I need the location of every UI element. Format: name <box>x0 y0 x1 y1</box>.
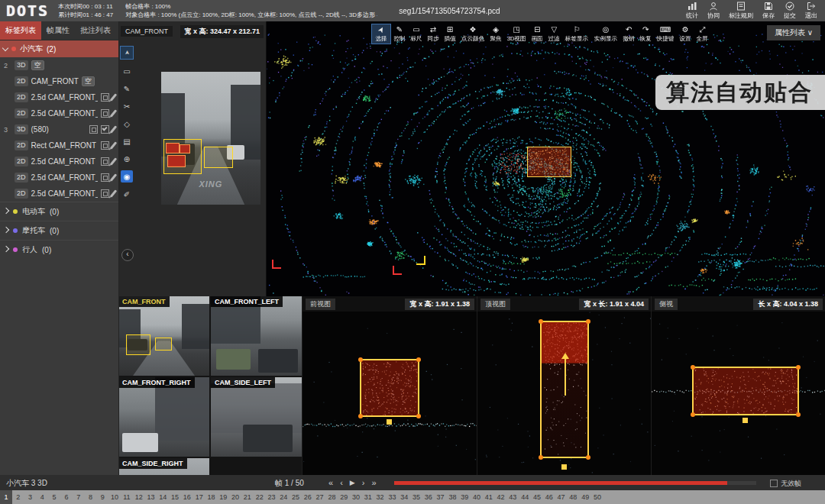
tool-interpolate[interactable]: ⊞插值 <box>442 24 458 44</box>
frame-cell[interactable]: 33 <box>387 490 399 504</box>
timeline-track[interactable] <box>394 481 756 485</box>
pencil-icon[interactable]: ✎ <box>121 82 133 95</box>
frame-cell[interactable]: 35 <box>410 490 422 504</box>
frame-cell[interactable]: 13 <box>145 490 157 504</box>
collaborate-button[interactable]: 协同 <box>707 2 720 20</box>
tab-comment-list[interactable]: 批注列表 <box>75 21 116 40</box>
frame-cell[interactable]: 43 <box>506 490 519 504</box>
tool-tag-display[interactable]: ⚐标签显示 <box>562 24 591 44</box>
play-button[interactable]: ▶ <box>350 477 355 488</box>
edit-icon[interactable] <box>110 189 117 197</box>
copy-icon[interactable] <box>101 189 109 198</box>
frame-cell[interactable]: 41 <box>483 490 495 504</box>
tree-row[interactable]: 2D 2.5d CAM_FRONT_… <box>0 170 118 186</box>
pin-icon[interactable]: ◉ <box>121 170 133 183</box>
frame-cell[interactable]: 21 <box>241 490 254 504</box>
tab-label-list[interactable]: 标签列表 <box>0 21 41 40</box>
thumb-cam-front-right[interactable]: CAM_FRONT_RIGHT <box>118 377 209 457</box>
tree-row[interactable]: 3 3D (580) <box>0 121 118 137</box>
sidebar-collapse-button[interactable]: ‹ <box>121 249 134 261</box>
frame-cell[interactable]: 18 <box>205 490 218 504</box>
frame-cell[interactable]: 45 <box>531 490 543 504</box>
frame-cell[interactable]: 3 <box>24 490 37 504</box>
frame-cell[interactable]: 10 <box>108 490 121 504</box>
copy-icon[interactable] <box>101 109 109 118</box>
frame-cell[interactable]: 32 <box>374 490 387 504</box>
frame-cell[interactable]: 14 <box>157 490 169 504</box>
edit-icon[interactable] <box>110 141 117 149</box>
annotation-box-front[interactable] <box>360 359 419 417</box>
frame-cell[interactable]: 8 <box>85 490 97 504</box>
resize-handle[interactable] <box>796 365 801 370</box>
exit-button[interactable]: 退出 <box>805 2 817 20</box>
frame-cell[interactable]: 22 <box>254 490 266 504</box>
frame-cell[interactable]: 39 <box>458 490 471 504</box>
edit-icon[interactable] <box>110 125 117 133</box>
annotation-box-top[interactable] <box>540 321 589 458</box>
tool-select[interactable]: ➤选择 <box>371 24 391 44</box>
frame-cell[interactable]: 29 <box>338 490 350 504</box>
tree-group-motorcycle[interactable]: 摩托车 (0) <box>0 221 118 240</box>
cube-icon[interactable]: ▤ <box>121 135 133 147</box>
tool-viewport[interactable]: ⊟画面 <box>529 24 545 44</box>
statistics-button[interactable]: 统计 <box>686 2 698 20</box>
save-button[interactable]: 保存 <box>762 2 775 20</box>
frame-cell[interactable]: 2 <box>12 490 24 504</box>
frame-cell[interactable]: 27 <box>314 490 326 504</box>
select-cursor-icon[interactable]: ➤ <box>120 46 134 60</box>
frame-cell[interactable]: 34 <box>398 490 410 504</box>
frame-cell[interactable]: 47 <box>555 490 568 504</box>
edit-icon[interactable] <box>110 173 117 181</box>
tree-row[interactable]: 2D 2.5d CAM_FRONT <box>0 153 118 170</box>
annotation-3d-box-selected[interactable] <box>527 147 571 177</box>
last-frame-button[interactable]: » <box>371 477 376 488</box>
frame-cell[interactable]: 44 <box>519 490 531 504</box>
tool-focus[interactable]: ◈聚焦 <box>487 24 504 44</box>
annotation-box-side[interactable] <box>692 367 799 415</box>
frame-cell[interactable]: 20 <box>229 490 241 504</box>
annotation-2d-box[interactable] <box>204 147 233 168</box>
frame-cell[interactable]: 4 <box>36 490 48 504</box>
polygon-icon[interactable]: ◇ <box>121 118 133 130</box>
resize-handle[interactable] <box>796 412 801 417</box>
frame-cell[interactable]: 40 <box>471 490 483 504</box>
resize-handle[interactable] <box>358 414 363 418</box>
heading-arrow[interactable] <box>565 356 566 396</box>
copy-icon[interactable] <box>101 93 109 102</box>
rotate-handle[interactable] <box>742 418 748 423</box>
properties-panel-toggle[interactable]: 属性列表 ∨ <box>767 25 820 40</box>
frame-cell[interactable]: 16 <box>181 490 193 504</box>
frame-cell[interactable]: 17 <box>193 490 205 504</box>
resize-handle[interactable] <box>586 319 590 324</box>
tab-frame-props[interactable]: 帧属性 <box>41 21 75 40</box>
thumb-cam-side-left[interactable]: CAM_SIDE_LEFT <box>211 377 302 457</box>
tool-3d-view[interactable]: ◳3D视图 <box>504 24 529 44</box>
thumb-cam-side-right[interactable]: CAM_SIDE_RIGHT <box>118 458 209 475</box>
resize-handle[interactable] <box>358 357 363 362</box>
tool-control[interactable]: ✎控制 <box>391 24 408 44</box>
frame-cell[interactable]: 30 <box>350 490 362 504</box>
frame-cell[interactable]: 37 <box>435 490 447 504</box>
tool-filter[interactable]: ▽过滤 <box>545 24 562 44</box>
brush-icon[interactable]: ✐ <box>121 188 133 200</box>
annotation-2d-box[interactable] <box>163 139 202 174</box>
frame-cell[interactable]: 9 <box>96 490 108 504</box>
tool-undo[interactable]: ↶撤销 <box>620 24 637 44</box>
thumb-cam-front-left[interactable]: CAM_FRONT_LEFT <box>211 296 302 376</box>
frame-cell[interactable]: 5 <box>48 490 60 504</box>
thumb-cam-front[interactable]: CAM_FRONT <box>118 296 209 376</box>
edit-icon[interactable] <box>110 157 117 165</box>
frame-cell[interactable]: 26 <box>302 490 314 504</box>
frame-cell[interactable]: 42 <box>495 490 507 504</box>
checkbox-icon[interactable] <box>101 125 109 134</box>
tool-cloud-color[interactable]: ❖点云颜色 <box>458 24 487 44</box>
tool-fullscreen[interactable]: ⤢全屏 <box>694 24 710 44</box>
resize-handle[interactable] <box>416 414 421 418</box>
edit-icon[interactable] <box>110 93 117 101</box>
copy-icon[interactable] <box>101 141 109 150</box>
resize-handle[interactable] <box>539 319 543 324</box>
frame-cell[interactable]: 25 <box>290 490 302 504</box>
copy-icon[interactable] <box>89 125 98 134</box>
copy-icon[interactable] <box>101 157 109 166</box>
tree-row[interactable]: 2D 2.5d CAM_FRONT_… <box>0 105 118 121</box>
